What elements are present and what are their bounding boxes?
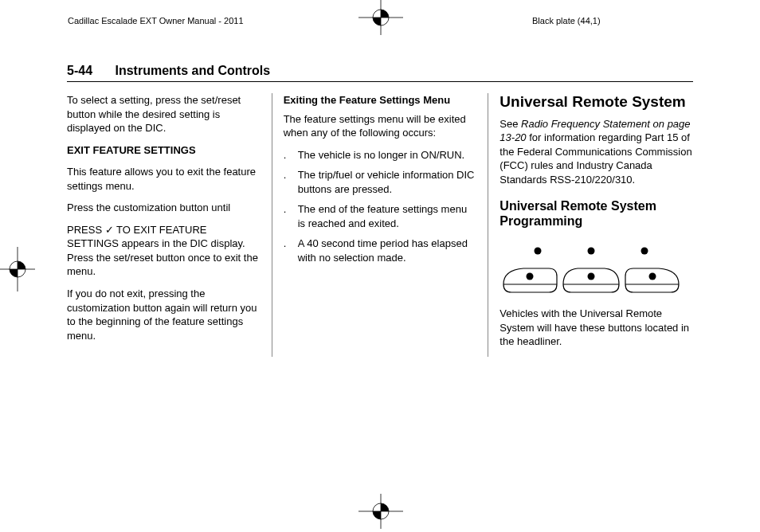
exiting-menu-heading: Exiting the Feature Settings Menu bbox=[284, 93, 477, 108]
universal-remote-heading: Universal Remote System bbox=[499, 93, 693, 111]
print-header: Cadillac Escalade EXT Owner Manual - 201… bbox=[0, 0, 760, 32]
manual-title: Cadillac Escalade EXT Owner Manual - 201… bbox=[68, 16, 244, 25]
programming-heading: Universal Remote System Programming bbox=[499, 198, 693, 229]
bullet-icon: . bbox=[284, 168, 298, 196]
list-item: .The end of the feature settings menu is… bbox=[284, 202, 477, 230]
registration-mark-bottom bbox=[358, 494, 403, 529]
page-number: 5-44 bbox=[67, 64, 92, 77]
svg-point-13 bbox=[588, 247, 595, 254]
column-2: Exiting the Feature Settings Menu The fe… bbox=[272, 93, 488, 357]
page-header: 5-44 Instruments and Controls bbox=[67, 64, 693, 82]
check-icon: ✓ bbox=[105, 224, 114, 236]
bullet-icon: . bbox=[284, 202, 298, 230]
col3-paragraph: Vehicles with the Universal Remote Syste… bbox=[499, 307, 693, 349]
list-item: .The vehicle is no longer in ON/RUN. bbox=[284, 148, 477, 162]
content-columns: To select a setting, press the set/reset… bbox=[67, 93, 693, 357]
section-title: Instruments and Controls bbox=[115, 64, 270, 77]
col1-press-line: PRESS ✓ TO EXIT FEATURE SETTINGS appears… bbox=[67, 223, 261, 279]
registration-mark-left bbox=[0, 247, 35, 291]
col1-paragraph: This feature allows you to exit the feat… bbox=[67, 165, 261, 193]
list-item: .A 40 second time period has elapsed wit… bbox=[284, 237, 477, 264]
exit-feature-heading: EXIT FEATURE SETTINGS bbox=[67, 143, 261, 158]
plate-info: Black plate (44,1) bbox=[532, 16, 601, 25]
svg-point-16 bbox=[588, 272, 595, 280]
svg-point-14 bbox=[641, 247, 648, 254]
column-3: Universal Remote System See Radio Freque… bbox=[488, 93, 693, 357]
col1-paragraph: To select a setting, press the set/reset… bbox=[67, 93, 261, 135]
col3-paragraph: See Radio Frequency Statement on page 13… bbox=[499, 117, 693, 187]
exit-conditions-list: .The vehicle is no longer in ON/RUN. .Th… bbox=[284, 148, 477, 265]
svg-point-17 bbox=[649, 272, 656, 280]
bullet-icon: . bbox=[284, 237, 298, 264]
bullet-icon: . bbox=[284, 148, 298, 162]
svg-point-15 bbox=[527, 272, 534, 280]
column-1: To select a setting, press the set/reset… bbox=[67, 93, 272, 357]
col1-paragraph: If you do not exit, pressing the customi… bbox=[67, 287, 261, 342]
remote-buttons-illustration bbox=[499, 235, 693, 299]
col2-intro: The feature settings menu will be exited… bbox=[284, 112, 477, 140]
col1-paragraph: Press the customization button until bbox=[67, 201, 261, 215]
list-item: .The trip/fuel or vehicle information DI… bbox=[284, 168, 477, 196]
svg-point-12 bbox=[535, 247, 542, 254]
